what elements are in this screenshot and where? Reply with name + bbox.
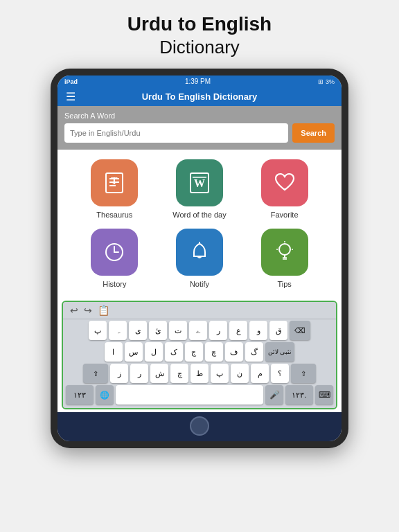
status-right: ⊞ 3% — [318, 78, 335, 85]
kb-key[interactable]: ہ — [109, 321, 127, 340]
kb-key[interactable]: پ — [89, 321, 107, 340]
kb-key[interactable]: گ — [245, 342, 263, 362]
history-icon-box — [91, 229, 138, 276]
favorite-item[interactable]: Favorite — [245, 159, 323, 219]
kb-key[interactable]: ف — [225, 342, 243, 362]
app-heading: Urdu to English Dictionary — [0, 0, 399, 66]
ipad-frame: iPad 1:39 PM ⊞ 3% ☰ Urdu To English Dict… — [51, 69, 348, 448]
kb-key[interactable]: ئ — [149, 321, 167, 340]
globe-key[interactable]: 🌐 — [96, 385, 114, 405]
nav-title: Urdu To English Dictionary — [142, 91, 258, 102]
tips-label: Tips — [277, 280, 291, 288]
kb-key[interactable]: ع — [229, 321, 247, 340]
mic-key[interactable]: 🎤 — [265, 385, 283, 405]
kb-key[interactable]: ط — [190, 364, 209, 383]
keyboard-row-4: ۱۲۳ 🌐 🎤 ۱۲۳. ⌨ — [66, 385, 333, 405]
space-key[interactable] — [116, 385, 263, 405]
favorite-label: Favorite — [271, 211, 299, 219]
bell-icon — [187, 240, 212, 265]
notify-label: Notify — [190, 280, 209, 288]
svg-point-13 — [279, 244, 290, 255]
keyboard-toolbar: ↩ ↪ 📋 — [63, 302, 336, 319]
kb-key[interactable]: ق — [269, 321, 287, 340]
kb-key[interactable]: پ — [211, 364, 229, 383]
return-key[interactable]: نثبی لائن — [265, 342, 295, 362]
bulb-icon — [272, 240, 297, 265]
tips-item[interactable]: Tips — [245, 229, 323, 288]
status-left: iPad — [64, 78, 78, 85]
keyboard-row-3: ⇧ ز ر ش چ ط پ ن م ؟ ⇧ — [66, 364, 333, 383]
thesaurus-item[interactable]: T Thesaurus — [76, 159, 154, 219]
undo-icon[interactable]: ↩ — [70, 305, 78, 316]
keyboard-row-2: ا س ل ک ج چ ف گ نثبی لائن — [66, 342, 333, 362]
shift-key[interactable]: ⇧ — [83, 364, 108, 383]
favorite-icon-box — [261, 159, 308, 206]
numbers-key-right[interactable]: ۱۲۳. — [285, 385, 313, 405]
ipad-screen: iPad 1:39 PM ⊞ 3% ☰ Urdu To English Dict… — [57, 76, 342, 441]
search-label: Search A Word — [64, 112, 335, 120]
menu-icon[interactable]: ☰ — [66, 90, 76, 103]
kb-key[interactable]: ت — [169, 321, 187, 340]
thesaurus-label: Thesaurus — [96, 211, 132, 219]
kb-key[interactable]: ج — [185, 342, 203, 362]
battery-icon: ⊞ — [318, 78, 323, 85]
kb-key[interactable]: چ — [205, 342, 223, 362]
heading-line1: Urdu to English — [14, 12, 385, 36]
status-time: 1:39 PM — [185, 78, 211, 85]
kb-key[interactable]: ل — [145, 342, 163, 362]
search-area: Search A Word Search — [57, 106, 342, 150]
home-button-area — [57, 412, 342, 441]
kb-key[interactable]: ک — [165, 342, 183, 362]
clock-icon — [102, 240, 127, 265]
notify-icon-box — [176, 229, 223, 276]
kb-key[interactable]: س — [125, 342, 143, 362]
kb-key[interactable]: ر — [130, 364, 148, 383]
icon-grid: T Thesaurus W Word of the day — [69, 159, 330, 288]
redo-icon[interactable]: ↪ — [84, 305, 92, 316]
history-item[interactable]: History — [76, 229, 154, 288]
backspace-key[interactable]: ⌫ — [290, 321, 310, 340]
svg-text:T: T — [112, 176, 118, 186]
kb-key[interactable]: ے — [189, 321, 207, 340]
heading-line2: Dictionary — [14, 36, 385, 60]
kb-key[interactable]: ش — [150, 364, 168, 383]
thesaurus-icon-box: T — [91, 159, 138, 206]
search-input[interactable] — [64, 123, 288, 143]
svg-text:W: W — [194, 177, 205, 189]
search-button[interactable]: Search — [292, 123, 335, 143]
history-label: History — [103, 280, 126, 288]
nav-bar: ☰ Urdu To English Dictionary — [57, 87, 342, 106]
keyboard-row-1: پ ہ ی ئ ت ے ر ع و ق ⌫ — [66, 321, 333, 340]
kb-key[interactable]: چ — [170, 364, 188, 383]
home-button[interactable] — [190, 416, 209, 436]
kb-key[interactable]: ن — [231, 364, 249, 383]
wordofday-icon: W — [187, 170, 212, 195]
numbers-key-left[interactable]: ۱۲۳ — [66, 385, 94, 405]
main-content: T Thesaurus W Word of the day — [57, 150, 342, 295]
wordofday-item[interactable]: W Word of the day — [161, 159, 239, 219]
kb-key[interactable]: م — [251, 364, 269, 383]
kb-key[interactable]: ا — [105, 342, 123, 362]
search-row: Search — [64, 123, 335, 143]
tips-icon-box — [261, 229, 308, 276]
shift-key-right[interactable]: ⇧ — [291, 364, 316, 383]
kb-key[interactable]: ؟ — [271, 364, 289, 383]
kb-key[interactable]: ی — [129, 321, 147, 340]
wordofday-icon-box: W — [176, 159, 223, 206]
keyboard-hide-key[interactable]: ⌨ — [315, 385, 333, 405]
heart-icon — [272, 170, 297, 195]
keyboard-wrapper: ↩ ↪ 📋 پ ہ ی ئ ت ے ر ع و ق ⌫ — [62, 301, 337, 409]
wordofday-label: Word of the day — [172, 211, 226, 219]
thesaurus-icon: T — [102, 170, 127, 195]
notify-item[interactable]: Notify — [161, 229, 239, 288]
kb-key[interactable]: ر — [209, 321, 227, 340]
kb-key[interactable]: ز — [110, 364, 128, 383]
kb-key[interactable]: و — [249, 321, 267, 340]
keyboard-keys: پ ہ ی ئ ت ے ر ع و ق ⌫ ا س ل ک — [63, 319, 336, 408]
status-bar: iPad 1:39 PM ⊞ 3% — [57, 76, 342, 87]
paste-icon[interactable]: 📋 — [98, 305, 109, 316]
